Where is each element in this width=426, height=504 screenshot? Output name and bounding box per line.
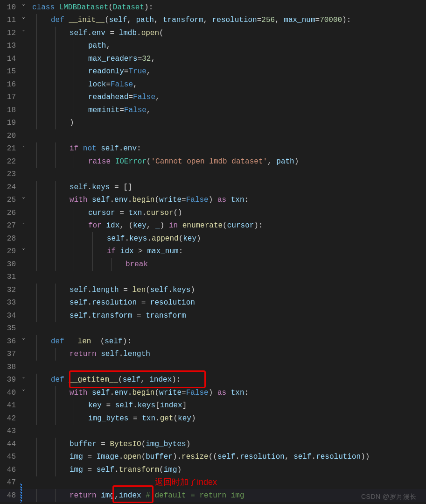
token-op: . — [168, 286, 173, 294]
code-content[interactable]: for idx, (key, _) in enumerate(cursor): — [28, 221, 426, 230]
code-content[interactable]: raise IOError('Cannot open lmdb dataset'… — [28, 157, 426, 166]
code-content[interactable]: self.keys = [] — [28, 183, 426, 192]
token-op — [87, 389, 92, 397]
code-line[interactable]: 47 — [0, 476, 426, 490]
code-content[interactable]: if idx > max_num: — [28, 247, 426, 256]
token-op: ( — [154, 389, 159, 397]
indent-guide — [55, 181, 56, 194]
code-content[interactable]: img = self.transform(img) — [28, 466, 426, 474]
code-line[interactable]: 23 — [0, 168, 426, 181]
token-op: ( — [118, 376, 123, 384]
code-content[interactable]: meminit=False, — [28, 106, 426, 114]
code-line[interactable]: 18meminit=False, — [0, 104, 426, 117]
code-content[interactable]: cursor = txn.cursor() — [28, 209, 426, 217]
code-line[interactable]: 21˅if not self.env: — [0, 142, 426, 156]
code-content[interactable]: self.keys.append(key) — [28, 234, 426, 243]
code-content[interactable]: def __getitem__(self, index): — [28, 376, 426, 384]
code-editor[interactable]: 10˅class LMDBDataset(Dataset):11˅def __i… — [0, 0, 426, 502]
code-line[interactable]: 17readahead=False, — [0, 91, 426, 104]
token-var: self — [70, 29, 87, 37]
code-line[interactable]: 29˅if idx > max_num: — [0, 245, 426, 258]
code-line[interactable]: 24self.keys = [] — [0, 181, 426, 194]
code-line[interactable]: 27˅for idx, (key, _) in enumerate(cursor… — [0, 220, 426, 233]
code-content[interactable]: lock=False, — [28, 80, 426, 89]
code-line[interactable]: 22raise IOError('Cannot open lmdb datase… — [0, 155, 426, 168]
code-line[interactable]: 15readonly=True, — [0, 65, 426, 78]
indent-guide — [74, 232, 74, 245]
code-line[interactable]: 37return self.length — [0, 348, 426, 361]
code-line[interactable]: 30break — [0, 258, 426, 271]
code-line[interactable]: 10˅class LMDBDataset(Dataset): — [0, 1, 426, 14]
code-content[interactable]: break — [28, 260, 426, 269]
code-line[interactable]: 14max_readers=32, — [0, 52, 426, 65]
code-line[interactable]: 13path, — [0, 40, 426, 53]
code-line[interactable]: 35 — [0, 322, 426, 335]
code-content[interactable]: ) — [28, 119, 426, 127]
code-content[interactable]: self.resolution = resolution — [28, 298, 426, 307]
token-fn: cursor — [147, 209, 174, 217]
fold-toggle-icon[interactable]: ˅ — [18, 389, 28, 397]
code-line[interactable]: 28self.keys.append(key) — [0, 232, 426, 245]
code-line[interactable]: 31 — [0, 271, 426, 284]
code-line[interactable]: 44buffer = BytesIO(img_bytes) — [0, 438, 426, 451]
code-line[interactable]: 25˅with self.env.begin(write=False) as t… — [0, 194, 426, 207]
indent-guide — [36, 258, 37, 271]
code-line[interactable]: 45img = Image.open(buffer).resize((self.… — [0, 451, 426, 464]
code-content[interactable]: buffer = BytesIO(img_bytes) — [28, 440, 426, 448]
token-op: = — [132, 312, 146, 320]
token-op: ] — [182, 401, 187, 410]
code-line[interactable]: 20 — [0, 129, 426, 142]
fold-toggle-icon[interactable]: ˅ — [18, 222, 28, 230]
code-line[interactable]: 34self.transform = transform — [0, 309, 426, 322]
fold-toggle-icon[interactable]: ˅ — [18, 376, 28, 384]
code-line[interactable]: 19) — [0, 117, 426, 130]
code-line[interactable]: 26cursor = txn.cursor() — [0, 206, 426, 220]
fold-toggle-icon[interactable]: ˅ — [18, 29, 28, 37]
code-line[interactable]: 36˅def __len__(self): — [0, 335, 426, 348]
token-op: : — [137, 144, 141, 153]
code-content[interactable]: readahead=False, — [28, 93, 426, 101]
code-line[interactable]: 40˅with self.env.begin(write=False) as t… — [0, 386, 426, 399]
fold-toggle-icon[interactable]: ˅ — [18, 16, 28, 24]
line-number: 37 — [0, 350, 18, 358]
code-content[interactable]: with self.env.begin(write=False) as txn: — [28, 196, 426, 204]
code-content[interactable]: max_readers=32, — [28, 55, 426, 63]
fold-toggle-icon[interactable]: ˅ — [18, 248, 28, 256]
token-fn: transform — [119, 466, 159, 474]
code-line[interactable]: 12˅self.env = lmdb.open( — [0, 27, 426, 40]
code-content[interactable]: def __len__(self): — [28, 337, 426, 346]
fold-toggle-icon[interactable]: ˅ — [18, 145, 28, 153]
code-line[interactable]: 39˅def __getitem__(self, index): — [0, 374, 426, 387]
code-content[interactable]: class LMDBDataset(Dataset): — [28, 3, 426, 12]
code-content[interactable]: return self.length — [28, 350, 426, 358]
token-var: key — [183, 234, 196, 243]
fold-toggle-icon[interactable]: ˅ — [18, 3, 28, 11]
line-number: 41 — [0, 401, 18, 410]
indent-guide — [36, 297, 37, 310]
code-line[interactable]: 11˅def __init__(self, path, transform, r… — [0, 14, 426, 27]
code-line[interactable]: 43 — [0, 425, 426, 438]
code-line[interactable]: 38 — [0, 361, 426, 374]
token-op: : — [244, 389, 249, 397]
code-content[interactable]: readonly=True, — [28, 67, 426, 76]
code-line[interactable]: 16lock=False, — [0, 78, 426, 91]
code-line[interactable]: 46img = self.transform(img) — [0, 463, 426, 476]
code-line[interactable]: 33self.resolution = resolution — [0, 297, 426, 310]
code-content[interactable]: img = Image.open(buffer).resize((self.re… — [28, 453, 426, 461]
code-content[interactable]: self.env = lmdb.open( — [28, 29, 426, 37]
code-content[interactable]: key = self.keys[index] — [28, 401, 426, 410]
code-content[interactable]: self.length = len(self.keys) — [28, 286, 426, 294]
token-op: , — [154, 16, 163, 24]
code-content[interactable]: with self.env.begin(write=False) as txn: — [28, 389, 426, 397]
code-content[interactable]: img_bytes = txn.get(key) — [28, 414, 426, 423]
code-content[interactable]: self.transform = transform — [28, 312, 426, 320]
code-content[interactable]: if not self.env: — [28, 144, 426, 153]
token-cls: LMDBDataset — [59, 3, 109, 12]
code-line[interactable]: 42img_bytes = txn.get(key) — [0, 412, 426, 425]
code-line[interactable]: 32self.length = len(self.keys) — [0, 284, 426, 297]
code-line[interactable]: 41key = self.keys[index] — [0, 399, 426, 412]
code-content[interactable]: path, — [28, 42, 426, 50]
fold-toggle-icon[interactable]: ˅ — [18, 196, 28, 204]
fold-toggle-icon[interactable]: ˅ — [18, 337, 28, 345]
code-content[interactable]: def __init__(self, path, transform, reso… — [28, 16, 426, 24]
